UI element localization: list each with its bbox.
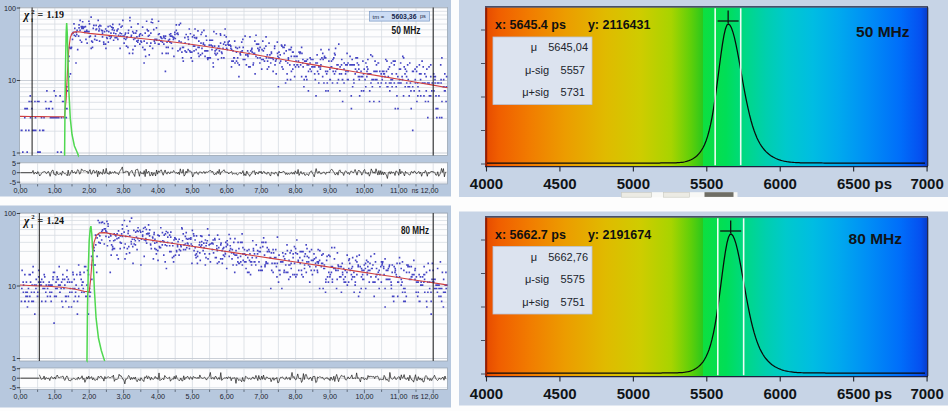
svg-text:80 MHz: 80 MHz xyxy=(849,230,903,247)
svg-text:5000: 5000 xyxy=(617,385,650,402)
svg-text:10,00: 10,00 xyxy=(355,392,373,401)
svg-text:4500: 4500 xyxy=(543,385,576,402)
svg-text:ps: ps xyxy=(420,13,426,19)
svg-text:2: 2 xyxy=(31,8,35,15)
svg-text:5662,76: 5662,76 xyxy=(548,251,588,263)
svg-text:μ: μ xyxy=(531,41,537,53)
svg-text:μ-sig: μ-sig xyxy=(525,273,549,285)
svg-text:9,00: 9,00 xyxy=(323,186,337,195)
svg-text:8,00: 8,00 xyxy=(289,392,303,401)
svg-text:3,00: 3,00 xyxy=(117,186,131,195)
svg-text:5,00: 5,00 xyxy=(185,392,199,401)
svg-text:4000: 4000 xyxy=(470,175,503,192)
svg-text:6500: 6500 xyxy=(837,175,870,192)
svg-text:5500: 5500 xyxy=(690,175,723,192)
svg-text:8,00: 8,00 xyxy=(289,186,303,195)
svg-text:1,00: 1,00 xyxy=(48,392,62,401)
svg-text:2,00: 2,00 xyxy=(82,392,96,401)
svg-text:ps: ps xyxy=(875,175,893,192)
svg-text:10: 10 xyxy=(8,76,16,85)
svg-text:2,00: 2,00 xyxy=(82,186,96,195)
svg-text:0,00: 0,00 xyxy=(13,392,27,401)
svg-text:4500: 4500 xyxy=(543,175,576,192)
svg-text:0,00: 0,00 xyxy=(13,186,27,195)
svg-text:tm =: tm = xyxy=(373,14,385,20)
svg-text:1.19: 1.19 xyxy=(47,9,65,20)
svg-text:12,00: 12,00 xyxy=(421,186,439,195)
svg-text:5645,04: 5645,04 xyxy=(548,41,588,53)
svg-text:0: 0 xyxy=(12,374,16,383)
svg-text:6000: 6000 xyxy=(764,175,797,192)
svg-text:5000: 5000 xyxy=(617,175,650,192)
svg-text:100: 100 xyxy=(4,209,16,218)
svg-text:3,00: 3,00 xyxy=(117,392,131,401)
svg-text:χ: χ xyxy=(22,215,30,228)
svg-text:50 MHz: 50 MHz xyxy=(392,25,421,36)
svg-text:ns: ns xyxy=(412,393,419,400)
svg-text:10,00: 10,00 xyxy=(355,186,373,195)
svg-text:4,00: 4,00 xyxy=(151,186,165,195)
svg-text:χ: χ xyxy=(22,9,30,22)
svg-text:1: 1 xyxy=(12,354,16,363)
svg-text:6000: 6000 xyxy=(764,385,797,402)
svg-text:=: = xyxy=(38,215,44,226)
svg-text:0: 0 xyxy=(12,168,16,177)
svg-text:1.24: 1.24 xyxy=(47,215,65,226)
svg-text:2: 2 xyxy=(31,213,35,220)
svg-text:10: 10 xyxy=(8,282,16,291)
svg-text:5575: 5575 xyxy=(561,273,585,285)
svg-text:5500: 5500 xyxy=(690,385,723,402)
svg-text:80 MHz: 80 MHz xyxy=(401,225,429,236)
svg-text:7000: 7000 xyxy=(910,175,943,192)
svg-text:μ+sig: μ+sig xyxy=(522,296,549,308)
svg-text:ps: ps xyxy=(875,385,893,402)
svg-text:4000: 4000 xyxy=(470,385,503,402)
svg-text:5: 5 xyxy=(12,159,16,168)
svg-text:5751: 5751 xyxy=(561,296,585,308)
svg-text:6,00: 6,00 xyxy=(220,186,234,195)
svg-text:100: 100 xyxy=(4,4,16,13)
svg-text:5557: 5557 xyxy=(561,64,585,76)
svg-text:ns: ns xyxy=(412,187,419,194)
svg-text:11,00: 11,00 xyxy=(390,186,407,195)
svg-text:μ+sig: μ+sig xyxy=(522,86,549,98)
svg-text:5603,36: 5603,36 xyxy=(392,13,417,21)
svg-text:μ-sig: μ-sig xyxy=(525,64,549,76)
svg-text:9,00: 9,00 xyxy=(323,392,337,401)
svg-text:=: = xyxy=(38,9,44,20)
svg-text:1,00: 1,00 xyxy=(48,186,62,195)
svg-text:4,00: 4,00 xyxy=(151,392,165,401)
svg-text:1: 1 xyxy=(12,149,16,158)
svg-text:7000: 7000 xyxy=(910,385,943,402)
svg-text:7,00: 7,00 xyxy=(254,392,268,401)
svg-text:7,00: 7,00 xyxy=(254,186,268,195)
svg-text:5731: 5731 xyxy=(561,86,585,98)
svg-text:12,00: 12,00 xyxy=(421,392,439,401)
svg-text:11,00: 11,00 xyxy=(390,392,407,401)
svg-text:5,00: 5,00 xyxy=(185,186,199,195)
svg-text:6,00: 6,00 xyxy=(220,392,234,401)
svg-text:50 MHz: 50 MHz xyxy=(856,23,910,40)
svg-text:μ: μ xyxy=(531,251,537,263)
svg-text:6500: 6500 xyxy=(837,385,870,402)
svg-text:5: 5 xyxy=(12,364,16,373)
